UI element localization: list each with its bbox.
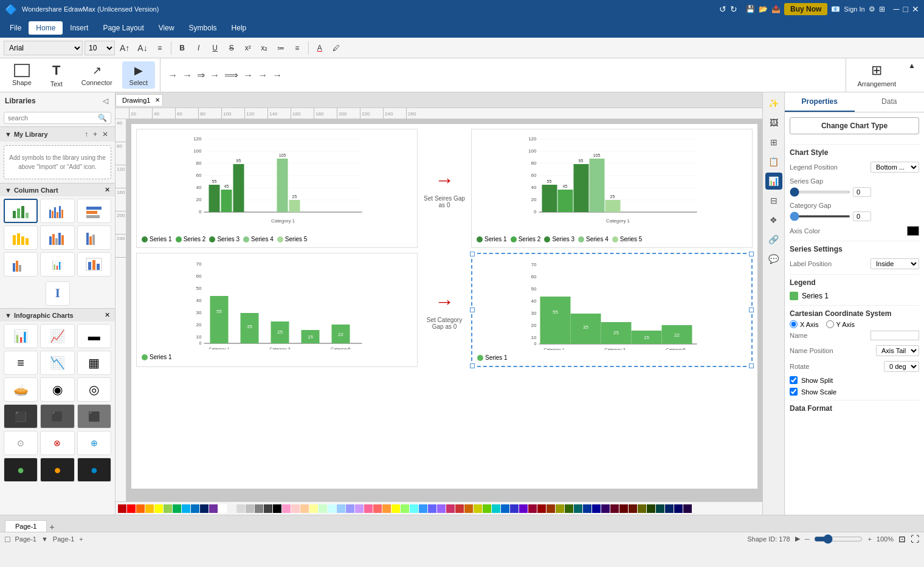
notes-button[interactable]: 📋 (765, 153, 782, 170)
table-button[interactable]: ⊟ (765, 192, 782, 209)
subscript-button[interactable]: x₂ (257, 41, 272, 55)
my-library-section[interactable]: ▼ My Library ↑ + ✕ (0, 126, 115, 142)
bottom-right-chart[interactable]: 70 60 50 40 30 20 10 0 (471, 253, 753, 367)
chart-thumb-9[interactable] (77, 252, 111, 277)
infographic-thumb-14[interactable]: ⊗ (40, 431, 74, 455)
axis-color-swatch[interactable] (907, 226, 919, 236)
color-swatch-#6600cc[interactable] (519, 504, 528, 513)
change-chart-type-button[interactable]: Change Chart Type (790, 117, 919, 134)
import-button[interactable]: ↑ (83, 129, 90, 139)
strikethrough-button[interactable]: S (224, 41, 239, 55)
menu-insert[interactable]: Insert (63, 21, 95, 35)
zoom-in-icon[interactable]: + (867, 535, 871, 543)
color-swatch-#003399[interactable] (583, 504, 591, 513)
chart-thumb-7[interactable] (4, 252, 38, 277)
chart-thumb-bar[interactable]: 𝐈 (46, 281, 70, 306)
infographic-thumb-16[interactable]: ● (4, 458, 38, 482)
drawing-tab[interactable]: Drawing1 ✕ (116, 94, 163, 106)
close-column-chart-button[interactable]: ✕ (105, 186, 110, 194)
name-input[interactable] (871, 331, 919, 340)
infographic-thumb-17[interactable]: ● (40, 458, 74, 482)
infographic-thumb-6[interactable]: ▦ (77, 351, 111, 375)
chart-thumb-8[interactable]: 📊 (40, 252, 74, 277)
color-swatch-#ffff99[interactable] (309, 504, 318, 513)
handle-tr[interactable] (749, 252, 754, 256)
color-swatch-#cc3366[interactable] (446, 504, 455, 513)
color-swatch-#f2f2f2[interactable] (227, 504, 236, 513)
menu-home[interactable]: Home (29, 21, 63, 35)
color-swatch-#9999ff[interactable] (346, 504, 354, 513)
color-swatch-#c00000[interactable] (118, 504, 126, 513)
menu-view[interactable]: View (151, 21, 182, 35)
menu-help[interactable]: Help (224, 21, 254, 35)
fill-color-button[interactable]: 🖊 (329, 41, 343, 55)
color-swatch-#006666[interactable] (574, 504, 582, 513)
save-icon[interactable]: 💾 (746, 5, 755, 13)
sign-in-label[interactable]: Sign In (844, 5, 864, 13)
color-swatch-#00b0f0[interactable] (182, 504, 190, 513)
color-swatch-#000066[interactable] (674, 504, 683, 513)
collapse-sidebar-button[interactable]: ◁ (101, 96, 110, 106)
export-icon[interactable]: 📧 (831, 5, 840, 13)
fullscreen-button[interactable]: ⛶ (911, 534, 919, 544)
color-swatch-#ffcccc[interactable] (291, 504, 300, 513)
legend-position-select[interactable]: Bottom ... (871, 162, 919, 173)
label-position-select[interactable]: Inside (871, 258, 919, 269)
infographic-thumb-15[interactable]: ⊕ (77, 431, 111, 455)
italic-button[interactable]: I (191, 41, 206, 55)
align-button[interactable]: ≡ (153, 41, 167, 55)
maximize-button[interactable]: □ (903, 4, 908, 14)
series-gap-value[interactable] (853, 187, 871, 197)
infographic-charts-section[interactable]: ▼ Infographic Charts ✕ (0, 308, 115, 321)
color-swatch-#9966ff[interactable] (437, 504, 446, 513)
canvas-scroll[interactable]: 120 100 80 60 40 20 0 (126, 119, 762, 501)
chart-thumb-3[interactable] (77, 199, 111, 223)
show-split-checkbox[interactable] (790, 376, 798, 384)
color-swatch-#993300[interactable] (546, 504, 555, 513)
infographic-thumb-8[interactable]: ◉ (40, 377, 74, 402)
color-swatch-#990000[interactable] (537, 504, 546, 513)
color-swatch-#ccffff[interactable] (328, 504, 336, 513)
color-swatch-#002266[interactable] (665, 504, 674, 513)
infographic-thumb-4[interactable]: ≡ (4, 351, 38, 375)
underline-button[interactable]: U (208, 41, 222, 55)
layers-button[interactable]: ⊞ (765, 134, 782, 151)
open-icon[interactable]: 📂 (759, 5, 768, 13)
color-swatch-#ccffcc[interactable] (319, 504, 327, 513)
color-swatch-#00b050[interactable] (173, 504, 181, 513)
search-icon[interactable]: 🔍 (98, 114, 107, 122)
color-swatch-#002060[interactable] (200, 504, 209, 513)
color-swatch-#808080[interactable] (255, 504, 263, 513)
infographic-thumb-18[interactable]: ● (77, 458, 111, 482)
handle-mr[interactable] (749, 308, 754, 312)
undo-icon[interactable]: ↺ (719, 4, 726, 14)
chart-thumb-4[interactable] (4, 225, 38, 250)
handle-bl[interactable] (470, 363, 475, 368)
show-scale-checkbox[interactable] (790, 388, 798, 396)
select-tool[interactable]: ▶ Select (122, 61, 156, 89)
infographic-thumb-9[interactable]: ◎ (77, 377, 111, 402)
column-chart-section[interactable]: ▼ Column Chart ✕ (0, 183, 115, 196)
color-swatch-#ffc000[interactable] (145, 504, 154, 513)
category-gap-value[interactable] (853, 211, 871, 221)
color-swatch-#660000[interactable] (619, 504, 628, 513)
minimize-button[interactable]: ─ (894, 4, 900, 14)
color-swatch-#cc3333[interactable] (455, 504, 464, 513)
handle-ml[interactable] (470, 308, 475, 312)
infographic-thumb-7[interactable]: 🥧 (4, 377, 38, 402)
superscript-button[interactable]: x² (241, 41, 255, 55)
close-infographic-button[interactable]: ✕ (105, 311, 110, 319)
bullet-button[interactable]: ≔ (274, 41, 288, 55)
color-swatch-#6666ff[interactable] (428, 504, 436, 513)
color-swatch-#ff0000[interactable] (127, 504, 136, 513)
series-gap-slider[interactable] (790, 191, 850, 193)
infographic-thumb-13[interactable]: ⊙ (4, 431, 38, 455)
color-swatch-#404040[interactable] (264, 504, 272, 513)
buy-now-button[interactable]: Buy Now (784, 3, 827, 15)
color-swatch-#ff6699[interactable] (364, 504, 373, 513)
color-swatch-#666600[interactable] (638, 504, 646, 513)
color-swatch-#336600[interactable] (565, 504, 573, 513)
shape-tool[interactable]: Shape (5, 61, 39, 89)
x-axis-radio[interactable] (790, 320, 798, 328)
connector-tool[interactable]: ↗ Connector (74, 61, 120, 89)
